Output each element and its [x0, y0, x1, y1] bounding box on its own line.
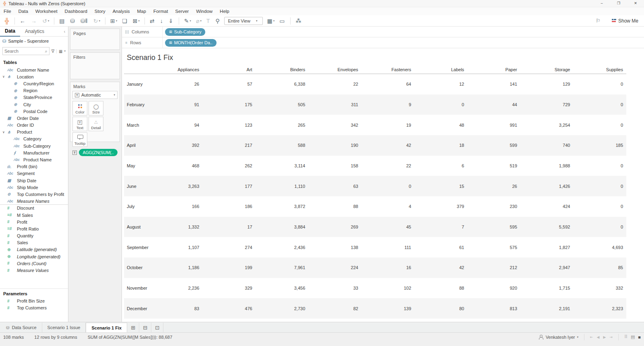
table-cell[interactable]: 217 — [202, 143, 256, 148]
table-cell[interactable]: 0 — [573, 184, 626, 189]
row-header[interactable]: February — [124, 102, 167, 107]
table-cell[interactable]: 111 — [361, 245, 415, 250]
table-cell[interactable]: 4,693 — [573, 245, 626, 250]
menu-item[interactable]: Window — [192, 7, 216, 15]
table-cell[interactable]: 3,456 — [256, 286, 309, 290]
restore-button[interactable]: ❐ — [610, 0, 627, 7]
field-item[interactable]: ⊚ Top Customers by Profit — [0, 191, 68, 198]
highlight-button[interactable]: ✎ ▾ — [182, 17, 193, 25]
table-cell[interactable]: 7,961 — [256, 265, 309, 270]
sort-ascending-button[interactable]: ↓ — [158, 17, 166, 25]
table-cell[interactable]: 85 — [573, 265, 626, 270]
table-cell[interactable]: 102 — [361, 286, 415, 290]
next-sheet-icon[interactable]: ▶ — [603, 335, 606, 339]
table-cell[interactable]: 16 — [361, 265, 415, 270]
field-item[interactable]: # Measure Values — [0, 267, 68, 274]
menu-item[interactable]: Map — [134, 7, 150, 15]
parameter-item[interactable]: # Top Customers — [0, 305, 68, 311]
table-cell[interactable]: 139 — [361, 306, 415, 311]
table-cell[interactable]: 0 — [573, 102, 626, 107]
tooltip-button[interactable]: Tooltip — [72, 132, 87, 147]
field-item[interactable]: =# Profit Ratio — [0, 225, 68, 232]
table-cell[interactable]: 274 — [202, 245, 256, 250]
table-cell[interactable]: 83 — [167, 306, 202, 311]
field-item[interactable]: ⊕ Region — [0, 87, 68, 94]
table-cell[interactable]: 2,236 — [167, 286, 202, 290]
table-cell[interactable]: 0 — [573, 204, 626, 209]
table-cell[interactable]: 476 — [202, 306, 256, 311]
table-cell[interactable]: 424 — [520, 204, 574, 209]
field-item[interactable]: ∮ Manufacturer — [0, 149, 68, 156]
table-cell[interactable]: 177 — [202, 184, 256, 189]
table-cell[interactable]: 3,254 — [520, 123, 574, 128]
field-item[interactable]: ∨ ⋔ Location — [0, 73, 68, 80]
row-header[interactable]: March — [124, 123, 167, 128]
tab-analytics[interactable]: Analytics — [20, 27, 49, 36]
table-cell[interactable]: 595 — [467, 224, 520, 229]
menu-item[interactable]: Dashboard — [61, 7, 91, 15]
column-header[interactable]: Art — [202, 67, 256, 72]
row-header[interactable]: August — [124, 224, 167, 229]
table-cell[interactable]: 3,263 — [167, 184, 202, 189]
table-cell[interactable]: 22 — [308, 82, 361, 86]
table-cell[interactable]: 224 — [308, 265, 361, 270]
table-cell[interactable]: 158 — [308, 163, 361, 168]
column-header[interactable]: Appliances — [167, 67, 202, 72]
table-cell[interactable]: 9 — [361, 102, 415, 107]
field-item[interactable]: ⊕ Country/Region — [0, 80, 68, 87]
shelf-pill[interactable]: ⊞ MONTH(Order Da.. — [165, 39, 217, 47]
table-cell[interactable]: 468 — [167, 163, 202, 168]
search-box[interactable]: ⌕ — [2, 47, 50, 55]
table-cell[interactable]: 269 — [308, 224, 361, 229]
table-cell[interactable]: 4 — [361, 204, 415, 209]
field-item[interactable]: Abc Measure Names — [0, 198, 68, 205]
view-as-icon[interactable]: ▦ — [56, 49, 63, 54]
prev-sheet-icon[interactable]: ◀ — [597, 335, 599, 339]
row-header[interactable]: October — [124, 265, 167, 270]
row-header[interactable]: May — [124, 163, 167, 168]
fit-select[interactable]: Entire View ▾ — [224, 17, 263, 25]
field-item[interactable]: # Discount — [0, 205, 68, 212]
table-cell[interactable]: 22 — [361, 163, 415, 168]
table-cell[interactable]: 94 — [167, 123, 202, 128]
parameter-item[interactable]: # Profit Bin Size — [0, 298, 68, 305]
table-cell[interactable]: 332 — [573, 286, 626, 290]
table-cell[interactable]: 1,426 — [520, 184, 574, 189]
table-cell[interactable]: 61 — [415, 245, 468, 250]
shelf-pill[interactable]: ⊞ Sub-Category — [165, 28, 205, 36]
field-item[interactable]: Abc Customer Name — [0, 66, 68, 73]
table-cell[interactable]: 0 — [415, 102, 468, 107]
table-cell[interactable]: 91 — [167, 102, 202, 107]
table-cell[interactable]: 166 — [167, 204, 202, 209]
column-header[interactable]: Supplies — [573, 67, 626, 72]
tableau-logo-btn[interactable]: ╬ — [3, 17, 12, 25]
menu-item[interactable]: Worksheet — [32, 7, 61, 15]
table-cell[interactable]: 3,114 — [256, 163, 309, 168]
table-cell[interactable]: 15 — [415, 184, 468, 189]
table-cell[interactable]: 3,884 — [256, 224, 309, 229]
color-button[interactable]: Color — [72, 101, 87, 115]
rows-shelf[interactable]: ≡ Rows ⊞ MONTH(Order Da.. — [122, 37, 644, 48]
column-header[interactable]: Binders — [256, 67, 309, 72]
table-cell[interactable]: 186 — [202, 204, 256, 209]
table-cell[interactable]: 64 — [361, 82, 415, 86]
menu-item[interactable]: Server — [171, 7, 192, 15]
column-header[interactable]: Labels — [415, 67, 468, 72]
table-cell[interactable]: 212 — [467, 265, 520, 270]
table-cell[interactable]: 0 — [573, 163, 626, 168]
row-header[interactable]: July — [124, 204, 167, 209]
detail-button[interactable]: ∴ Detail — [89, 117, 103, 131]
menu-item[interactable]: Format — [150, 7, 171, 15]
table-cell[interactable]: 138 — [308, 245, 361, 250]
field-item[interactable]: ▦ Order Date — [0, 115, 68, 122]
show-me-button[interactable]: Show Me — [608, 17, 642, 25]
minimize-button[interactable]: – — [593, 0, 610, 7]
replay-button[interactable]: ↺ ▾ — [40, 17, 51, 25]
new-worksheet-tab-button[interactable]: ⊞ — [127, 323, 139, 332]
table-cell[interactable]: 740 — [520, 143, 574, 148]
table-cell[interactable]: 575 — [467, 245, 520, 250]
table-cell[interactable]: 123 — [202, 123, 256, 128]
table-cell[interactable]: 7 — [415, 224, 468, 229]
table-cell[interactable]: 505 — [256, 102, 309, 107]
last-sheet-icon[interactable]: ⇥ — [609, 335, 613, 339]
